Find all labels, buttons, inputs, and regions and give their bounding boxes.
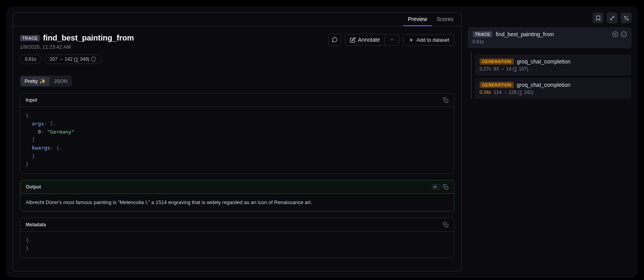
output-body: Albrecht Dürer's most famous painting is… [20,194,454,211]
comment-button[interactable] [328,33,341,46]
side-panel: TRACE find_best_painting_from 0.61s GENE… [468,12,632,271]
annotate-button-group: Annotate [345,34,399,46]
tabs-header: Preview Scores [13,13,461,26]
title-row: TRACE find_best_painting_from [20,33,134,42]
generation-badge: GENERATION [480,82,514,88]
svg-line-9 [610,18,611,20]
trace-item-name: groq_chat_completion [517,82,571,88]
annotate-dropdown[interactable] [385,34,399,45]
trace-item-duration: 0.27s [480,66,491,72]
view-toggle: Pretty ✨ JSON [20,76,72,87]
trace-name: find_best_painting_from [43,33,134,42]
view-json[interactable]: JSON [50,76,72,86]
duration-pill: 0.61s [20,55,41,64]
tokens-text: 207 → 142 (∑ 349) [49,56,89,62]
json-idx-0: 0 [38,129,41,135]
json-key-args: args [32,121,44,127]
add-to-dataset-button[interactable]: Add to dataset [403,34,454,46]
svg-point-11 [624,16,625,17]
side-actions [468,12,632,23]
input-section: Input {⌄ args: [⌄ 0: "Germany" ] kwargs:… [20,93,454,174]
copy-icon[interactable] [443,184,448,190]
bookmark-button[interactable] [593,12,603,23]
annotate-button[interactable]: Annotate [345,34,385,45]
output-section: Output M↓ Albrecht Dürer's most famous p… [20,180,454,212]
copy-icon[interactable] [443,222,448,227]
collapse-button[interactable] [607,12,618,23]
tab-preview[interactable]: Preview [403,13,432,26]
view-pretty[interactable]: Pretty ✨ [21,76,49,86]
plus-circle-icon[interactable] [612,31,618,37]
trace-tree-root[interactable]: TRACE find_best_painting_from 0.61s [468,27,632,48]
input-label: Input [26,97,37,103]
svg-point-12 [627,19,628,20]
output-label: Output [26,184,41,190]
trace-item-name: groq_chat_completion [517,58,571,65]
app-container: Preview Scores TRACE find_best_painting_… [6,6,638,278]
json-key-kwargs: kwargs [32,145,50,151]
add-to-dataset-label: Add to dataset [416,37,449,43]
metadata-label: Metadata [26,222,46,227]
input-body: {⌄ args: [⌄ 0: "Germany" ] kwargs: {⌄ } … [20,107,454,173]
metadata-body: {⌄ } [20,232,454,257]
trace-tree-root-duration: 0.61s [473,39,627,44]
trace-item-tokens: 114 → 128 (∑ 242) [494,90,533,95]
svg-rect-5 [445,99,448,102]
metadata-section: Metadata {⌄ } [20,218,454,258]
percent-button[interactable] [621,12,632,23]
trace-badge: TRACE [20,35,40,41]
detail-body: TRACE find_best_painting_from 1/9/2025, … [13,26,461,271]
pill-row: 0.61s 207 → 142 (∑ 349) [20,55,134,64]
trace-badge: TRACE [473,31,492,37]
generation-badge: GENERATION [480,58,514,65]
main-panel: Preview Scores TRACE find_best_painting_… [12,12,462,271]
markdown-icon[interactable]: M↓ [432,184,440,190]
trace-tree-item[interactable]: GENERATION groq_chat_completion 0.34s 11… [475,78,632,99]
info-icon[interactable] [91,56,96,62]
tokens-pill: 207 → 142 (∑ 349) [44,55,101,64]
trace-item-tokens: 93 → 14 (∑ 107) [494,66,528,72]
json-val-germany: "Germany" [47,129,74,135]
copy-icon[interactable] [443,97,448,103]
title-block: TRACE find_best_painting_from 1/9/2025, … [20,33,134,64]
svg-line-8 [612,16,614,17]
trace-tree-children: GENERATION groq_chat_completion 0.27s 93… [471,52,632,99]
annotate-label: Annotate [358,37,380,43]
trace-tree-item[interactable]: GENERATION groq_chat_completion 0.27s 93… [475,55,632,76]
metadata-header: Metadata [20,218,454,232]
action-row: Annotate Add to dataset [328,33,454,46]
svg-line-10 [625,16,628,20]
trace-item-duration: 0.34s [480,90,491,95]
svg-rect-7 [445,224,448,227]
trace-tree-root-name: find_best_painting_from [496,31,554,37]
output-header: Output M↓ [20,180,454,194]
trace-timestamp: 1/9/2025, 11:23:42 AM [20,44,134,50]
tab-scores[interactable]: Scores [432,13,458,26]
detail-header: TRACE find_best_painting_from 1/9/2025, … [20,33,454,64]
input-header: Input [20,93,454,107]
svg-rect-6 [445,186,448,189]
minus-circle-icon[interactable] [621,31,627,37]
